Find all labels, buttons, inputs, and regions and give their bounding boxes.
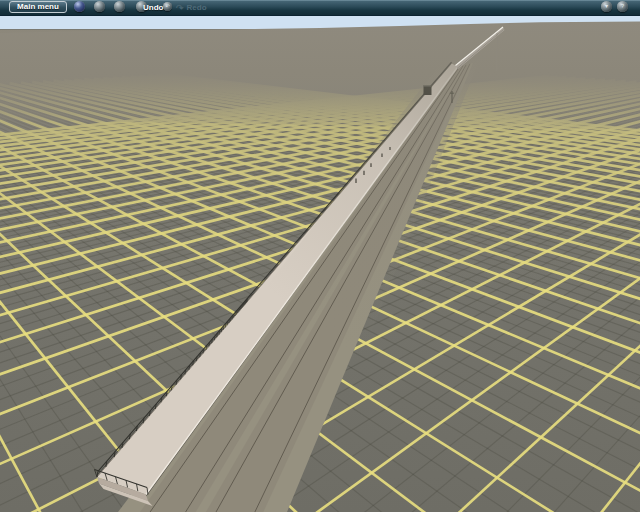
viewport-3d[interactable] bbox=[0, 0, 640, 512]
help-button[interactable]: ? bbox=[617, 1, 628, 12]
redo-button[interactable]: ↷ Redo bbox=[176, 3, 207, 12]
orb-button-3[interactable] bbox=[114, 1, 125, 12]
collapse-menu-button[interactable]: ▾ bbox=[601, 1, 612, 12]
undo-label: Undo bbox=[143, 3, 163, 12]
help-icon: ? bbox=[621, 3, 624, 9]
orb-button-2[interactable] bbox=[94, 1, 105, 12]
distant-terrain bbox=[0, 22, 640, 131]
app-window: Main menu Undo ↶ ↷ Redo ▾ ? bbox=[0, 0, 640, 512]
undo-button[interactable]: ↶ bbox=[163, 2, 172, 11]
undo-icon: ↶ bbox=[165, 3, 169, 9]
redo-icon: ↷ bbox=[176, 4, 184, 12]
chevron-down-icon: ▾ bbox=[605, 3, 608, 9]
redo-label: Redo bbox=[187, 3, 207, 12]
orb-button-1[interactable] bbox=[74, 1, 85, 12]
main-toolbar: Main menu Undo ↶ ↷ Redo ▾ ? bbox=[0, 0, 640, 16]
main-menu-button[interactable]: Main menu bbox=[9, 1, 67, 13]
